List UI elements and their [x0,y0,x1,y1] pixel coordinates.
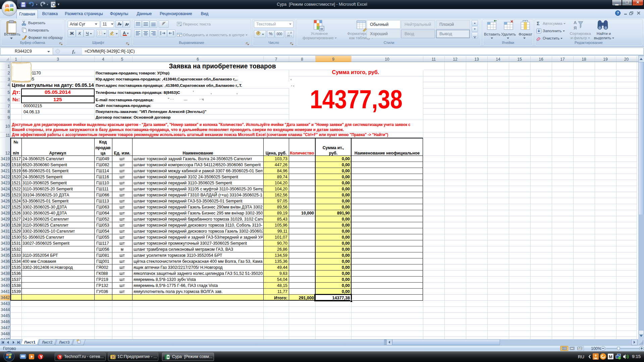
svg-text:шт: шт [119,199,125,203]
svg-text:9,63: 9,63 [279,271,287,276]
svg-text:ab: ab [161,21,166,25]
svg-text:№: № [14,140,18,144]
svg-text:ГШ055: ГШ055 [96,235,109,240]
svg-text:Поставщик-продавец товаров: У(: Поставщик-продавец товаров: У(Упр) [96,71,169,75]
svg-text:шт: шт [119,235,125,240]
svg-text:1: 1 [8,64,10,69]
svg-text:0,00: 0,00 [342,277,350,282]
svg-text:97,05: 97,05 [277,199,287,203]
svg-text:Юр.адрес поставщика-продавца:: Юр.адрес поставщика-продавца: ,413840,Са… [96,77,240,81]
svg-text:ГШ064: ГШ064 [96,211,109,216]
svg-text:9: 9 [332,57,334,62]
svg-text:5: 5 [8,90,10,95]
svg-text:Сумма ит.,: Сумма ит., [323,145,344,150]
svg-text:0,00: 0,00 [342,265,350,270]
svg-text:шт: шт [119,265,125,270]
svg-text:3440: 3440 [1,283,10,288]
svg-text:шт: шт [119,163,125,167]
svg-text:3423: 3423 [1,181,10,185]
svg-text:шт: шт [119,187,125,191]
svg-text:0,00: 0,00 [342,199,350,203]
svg-text:3433: 3433 [1,241,10,246]
svg-text:1529: 1529 [11,229,21,234]
svg-text:3422: 3422 [1,175,10,179]
svg-text:8: 8 [8,109,10,114]
svg-text:м: м [121,247,124,252]
svg-text:ГШ066: ГШ066 [96,193,109,197]
svg-text:6: 6 [8,98,10,102]
svg-text:₽: ₽ [257,32,259,35]
svg-text:1517: 1517 [11,157,21,161]
svg-text:. ,: . , [291,83,294,87]
svg-text:шланг тормозной передний Газел: шланг тормозной передний Газель Бизнес 2… [133,211,263,216]
svg-text:3110-3506025-20 Semperit: 3110-3506025-20 Semperit [22,187,73,191]
svg-text:3428: 3428 [1,211,10,216]
svg-text:2: 2 [8,71,10,75]
svg-text:шт: шт [119,181,125,185]
svg-text:руб.: руб. [329,151,337,156]
svg-text:13: 13 [474,57,479,62]
svg-text:1519: 1519 [11,169,21,173]
svg-text:3302-3912406 Н.Новгород: 3302-3912406 Н.Новгород [22,265,73,270]
svg-text:Сумма итого, руб.: Сумма итого, руб. [332,69,379,75]
svg-text:04.06.13: 04.06.13 [23,110,40,114]
svg-text:85,43: 85,43 [277,217,287,222]
svg-text:0,00: 0,00 [342,253,350,258]
svg-text:3426: 3426 [1,199,10,203]
svg-text:шланг тормозной передний диско: шланг тормозной передний дискового тормо… [133,223,262,228]
svg-text:3421: 3421 [1,169,10,173]
svg-text:99,11: 99,11 [277,229,287,234]
svg-text:125: 125 [53,97,62,102]
svg-text:12: 12 [453,57,458,62]
svg-text:3429: 3429 [1,217,10,222]
svg-text:9: 9 [8,115,10,120]
svg-text:26,86: 26,86 [277,247,287,252]
svg-text:ГШ081: ГШ081 [96,253,109,258]
svg-text:ГР132: ГР132 [96,283,108,288]
svg-text:1520: 1520 [11,175,21,179]
svg-text:шт: шт [119,157,125,161]
svg-text:0,00: 0,00 [342,229,350,234]
svg-text:104,20: 104,20 [275,187,287,191]
svg-text:Наименование: Наименование [183,151,213,156]
svg-text:11: 11 [6,133,10,138]
svg-text:шланг тормозной передний 3102: шланг тормозной передний 3102 24-3506025… [133,175,238,179]
svg-text:ГШ116: ГШ116 [96,175,109,179]
svg-text:ГШ110: ГШ110 [96,181,109,185]
svg-text:3437: 3437 [1,265,10,270]
svg-text:00000215: 00000215 [23,104,42,108]
svg-text:Договор поставки: Основной дог: Договор поставки: Основной договор [96,115,171,120]
svg-text:M: M [609,354,612,359]
svg-text:3302-3506025-30 ДЗТА: 3302-3506025-30 ДЗТА [22,205,67,209]
svg-text:24-3506025 Semperit: 24-3506025 Semperit [22,175,63,179]
svg-text:шт: шт [119,259,125,264]
svg-text:3446: 3446 [1,319,10,324]
svg-text:1526: 1526 [11,211,21,216]
svg-text:шт: шт [119,211,125,216]
svg-text:1524: 1524 [11,199,21,203]
svg-text:ГШ052: ГШ052 [96,217,109,222]
svg-text:,: , [211,90,212,95]
svg-text:Цены актуальны на дату: 05.05.: Цены актуальны на дату: 05.05.14 [12,82,94,88]
svg-text:66-3506025-01 Semperit: 66-3506025-01 Semperit [22,169,69,173]
svg-text:19: 19 [603,57,608,62]
svg-text:1533: 1533 [11,253,21,258]
svg-text:18: 18 [582,57,586,62]
svg-text:шланг тормозной промежуточный: шланг тормозной промежуточный 33027-3506… [133,241,247,246]
svg-text:1523: 1523 [11,193,21,197]
svg-text:ГШ113: ГШ113 [96,199,109,203]
svg-text:Ед. изм.: Ед. изм. [114,151,130,156]
svg-text:Я: Я [574,25,577,31]
svg-text:продав: продав [96,145,111,150]
svg-text:3: 3 [8,77,10,82]
svg-text:,: , [236,90,237,95]
svg-text:3448: 3448 [1,331,10,336]
svg-text:20: 20 [624,57,629,62]
svg-text:84,96: 84,96 [277,169,287,173]
svg-text:ГЩ001: ГЩ001 [96,259,109,264]
svg-text:1С: 1С [111,355,116,359]
svg-text:" · ·: " · · [168,97,174,101]
svg-text:яяяуплотнитель пола руч.тормоз: яяяуплотнитель пола руч.тормоза ВОЛГА за… [133,289,223,294]
svg-text:0,00: 0,00 [342,235,350,240]
svg-text:ГШ114: ГШ114 [96,169,109,173]
